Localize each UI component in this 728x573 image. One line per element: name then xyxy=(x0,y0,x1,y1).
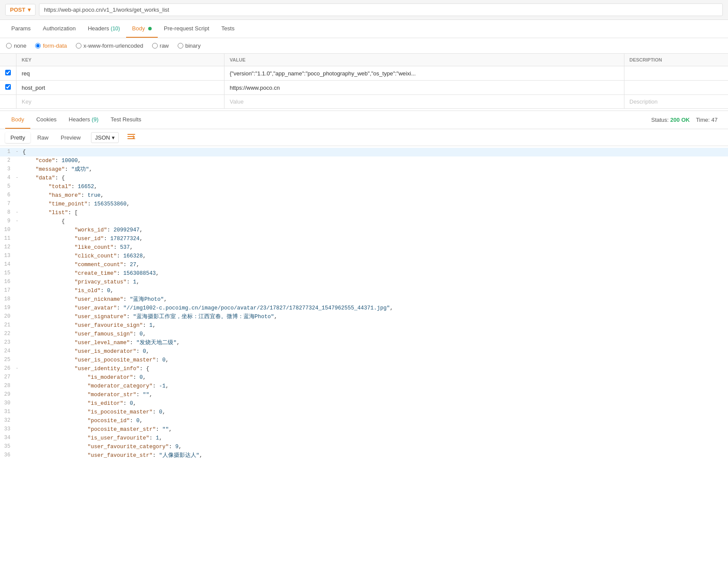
code-line: 30 "is_editor": 0, xyxy=(0,399,728,408)
row-key[interactable]: host_port xyxy=(16,81,224,95)
method-chevron-icon: ▾ xyxy=(28,7,31,13)
col-header-checkbox xyxy=(0,54,16,66)
row-description[interactable] xyxy=(624,66,728,81)
body-type-none[interactable]: none xyxy=(6,42,26,49)
line-content: "is_pocosite_master": 0, xyxy=(23,408,728,417)
code-line: 15 "create_time": 1563088543, xyxy=(0,269,728,278)
line-content: "pocosite_master_str": "", xyxy=(23,425,728,434)
view-pretty-button[interactable]: Pretty xyxy=(5,132,30,143)
tab-tests[interactable]: Tests xyxy=(215,20,240,38)
json-select-chevron-icon: ▾ xyxy=(112,134,115,141)
line-number: 17 xyxy=(0,286,16,295)
line-content: "is_moderator": 0, xyxy=(23,373,728,382)
line-number: 33 xyxy=(0,425,16,433)
line-number: 13 xyxy=(0,252,16,260)
tab-body[interactable]: Body xyxy=(126,20,158,38)
url-input[interactable] xyxy=(39,3,723,16)
body-type-raw[interactable]: raw xyxy=(152,42,169,49)
code-line: 35 "user_favourite_category": 9, xyxy=(0,443,728,451)
line-content: "time_point": 1563553860, xyxy=(23,200,728,208)
line-content: "is_user_favourite": 1, xyxy=(23,434,728,443)
line-toggle[interactable]: - xyxy=(16,148,23,156)
table-row-placeholder: Key Value Description xyxy=(0,95,728,109)
body-type-urlencoded[interactable]: x-www-form-urlencoded xyxy=(76,42,143,49)
line-content: "user_nickname": "蓝海Photo", xyxy=(23,295,728,304)
code-line: 12 "like_count": 537, xyxy=(0,243,728,252)
line-content: "user_is_pocosite_master": 0, xyxy=(23,356,728,365)
line-content: "user_level_name": "发烧天地二级", xyxy=(23,339,728,347)
code-line: 3 "message": "成功", xyxy=(0,165,728,174)
method-select[interactable]: POST ▾ xyxy=(5,4,36,16)
row-checkbox[interactable] xyxy=(5,70,11,75)
line-content: "pocosite_id": 0, xyxy=(23,417,728,425)
line-content: "has_more": true, xyxy=(23,191,728,200)
code-line: 23 "user_level_name": "发烧天地二级", xyxy=(0,339,728,347)
line-content: { xyxy=(23,148,728,156)
row-checkbox-cell[interactable] xyxy=(0,81,16,95)
row-key[interactable]: req xyxy=(16,66,224,81)
line-content: "user_favourite_category": 9, xyxy=(23,443,728,451)
code-line: 34 "is_user_favourite": 1, xyxy=(0,434,728,443)
line-number: 9 xyxy=(0,217,16,225)
row-checkbox[interactable] xyxy=(5,84,11,90)
line-content: "list": [ xyxy=(23,208,728,217)
code-line: 7 "time_point": 1563553860, xyxy=(0,200,728,208)
tab-response-testresults[interactable]: Test Results xyxy=(104,111,147,129)
tab-params[interactable]: Params xyxy=(5,20,37,38)
tab-authorization[interactable]: Authorization xyxy=(37,20,82,38)
code-line: 10 "works_id": 20992947, xyxy=(0,226,728,234)
body-type-selector: none form-data x-www-form-urlencoded raw… xyxy=(0,38,728,54)
url-bar: POST ▾ xyxy=(0,0,728,20)
form-params-table: KEY VALUE DESCRIPTION req {"version":"1.… xyxy=(0,54,728,109)
row-checkbox-cell[interactable] xyxy=(0,66,16,81)
col-header-value: VALUE xyxy=(224,54,624,66)
line-toggle[interactable]: - xyxy=(16,365,23,372)
line-number: 34 xyxy=(0,434,16,442)
line-content: "user_is_moderator": 0, xyxy=(23,347,728,356)
code-line: 19 "user_avatar": "//img1002-c.pocoimg.c… xyxy=(0,304,728,313)
json-format-select[interactable]: JSON ▾ xyxy=(91,132,119,143)
tab-response-body[interactable]: Body xyxy=(5,111,30,129)
line-content: "user_id": 178277324, xyxy=(23,234,728,243)
line-number: 7 xyxy=(0,200,16,208)
view-raw-button[interactable]: Raw xyxy=(32,132,54,143)
row-value-placeholder[interactable]: Value xyxy=(224,95,624,109)
tab-prerequest[interactable]: Pre-request Script xyxy=(158,20,215,38)
line-content: "like_count": 537, xyxy=(23,243,728,252)
line-toggle[interactable]: - xyxy=(16,217,23,225)
line-content: "user_favourite_str": "人像摄影达人", xyxy=(23,451,728,460)
row-value[interactable]: {"version":"1.1.0","app_name":"poco_phot… xyxy=(224,66,624,81)
row-description-placeholder[interactable]: Description xyxy=(624,95,728,109)
code-line: 31 "is_pocosite_master": 0, xyxy=(0,408,728,417)
line-toggle[interactable]: - xyxy=(16,208,23,216)
line-number: 15 xyxy=(0,269,16,277)
json-code-area: 1-{2 "code": 10000,3 "message": "成功",4- … xyxy=(0,146,728,462)
response-status: Status: 200 OK Time: 47 xyxy=(646,117,723,123)
view-preview-button[interactable]: Preview xyxy=(55,132,86,143)
tab-response-cookies[interactable]: Cookies xyxy=(30,111,63,129)
line-content: "data": { xyxy=(23,174,728,182)
row-checkbox-cell-placeholder xyxy=(0,95,16,109)
code-line: 9- { xyxy=(0,217,728,226)
line-number: 30 xyxy=(0,399,16,407)
code-line: 2 "code": 10000, xyxy=(0,156,728,165)
code-line: 21 "user_favourite_sign": 1, xyxy=(0,321,728,330)
line-content: { xyxy=(23,217,728,226)
row-description[interactable] xyxy=(624,81,728,95)
tab-response-headers[interactable]: Headers (9) xyxy=(63,111,105,129)
line-toggle[interactable]: - xyxy=(16,174,23,182)
code-line: 6 "has_more": true, xyxy=(0,191,728,200)
body-type-formdata[interactable]: form-data xyxy=(35,42,67,49)
line-number: 18 xyxy=(0,295,16,303)
code-line: 33 "pocosite_master_str": "", xyxy=(0,425,728,434)
row-key-placeholder[interactable]: Key xyxy=(16,95,224,109)
line-content: "user_identity_info": { xyxy=(23,365,728,373)
body-type-binary[interactable]: binary xyxy=(178,42,201,49)
code-line: 18 "user_nickname": "蓝海Photo", xyxy=(0,295,728,304)
wrap-button[interactable] xyxy=(124,132,139,143)
row-value[interactable]: https://www.poco.cn xyxy=(224,81,624,95)
line-number: 12 xyxy=(0,243,16,251)
line-content: "user_signature": "蓝海摄影工作室，坐标：江西宜春。微博：蓝海… xyxy=(23,313,728,321)
tab-headers[interactable]: Headers (10) xyxy=(82,20,126,38)
method-label: POST xyxy=(10,7,25,13)
